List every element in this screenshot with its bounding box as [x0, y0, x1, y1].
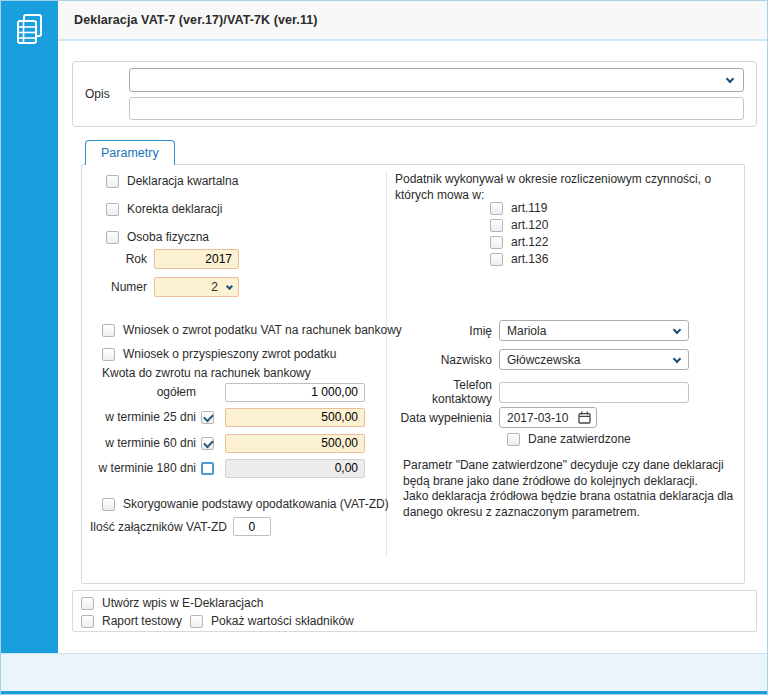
checkbox-label[interactable]: Osoba fizyczna	[127, 230, 209, 244]
terminie-25-input[interactable]	[225, 408, 365, 427]
checkbox-dane-zatwierdzone[interactable]	[507, 433, 520, 446]
terminie-25-label: w terminie 25 dni	[96, 410, 201, 424]
ogolem-input[interactable]	[225, 383, 365, 402]
checkbox-row-art136[interactable]: art.136	[490, 252, 548, 266]
checkbox-label[interactable]: art.136	[511, 252, 548, 266]
title-bar: Deklaracja VAT-7 (ver.17)/VAT-7K (ver.11…	[58, 1, 767, 41]
checkbox-label[interactable]: Utwórz wpis w E-Deklaracjach	[102, 596, 263, 610]
chevron-down-icon[interactable]	[673, 326, 681, 334]
checkbox-label[interactable]: Deklaracja kwartalna	[127, 174, 238, 188]
checkbox-art136[interactable]	[490, 253, 503, 266]
podatnik-text: Podatnik wykonywał w okresie rozliczenio…	[395, 172, 735, 203]
checkbox-terminie-60[interactable]	[201, 437, 214, 450]
checkbox-korekta-deklaracji[interactable]	[106, 203, 119, 216]
checkbox-row-raport-pokaz: Raport testowy Pokaż wartości składników	[81, 614, 354, 628]
checkbox-art119[interactable]	[490, 202, 503, 215]
checkbox-row-wniosek-zwrot[interactable]: Wniosek o zwrot podatku VAT na rachunek …	[102, 323, 402, 337]
terminie-25-row: w terminie 25 dni	[96, 407, 365, 427]
imie-dropdown[interactable]: Mariola	[499, 320, 689, 341]
checkbox-label[interactable]: art.119	[511, 201, 547, 215]
parametry-panel: Deklaracja kwartalna Korekta deklaracji …	[81, 164, 745, 584]
checkbox-row-art119[interactable]: art.119	[490, 201, 547, 215]
zalaczniki-label: Ilość załączników VAT-ZD	[90, 520, 227, 534]
checkbox-raport-testowy[interactable]	[81, 615, 94, 628]
opis-dropdown[interactable]	[129, 68, 744, 92]
checkbox-label[interactable]: Dane zatwierdzone	[528, 432, 631, 446]
rok-input[interactable]	[154, 249, 239, 269]
opis-label: Opis	[85, 87, 115, 101]
zalaczniki-row: Ilość załączników VAT-ZD	[90, 517, 271, 536]
terminie-180-label: w terminie 180 dni	[96, 461, 201, 475]
tab-parametry[interactable]: Parametry	[85, 140, 175, 165]
checkbox-row-art122[interactable]: art.122	[490, 235, 548, 249]
checkbox-terminie-25[interactable]	[201, 411, 214, 424]
checkbox-row-edeklaracje[interactable]: Utwórz wpis w E-Deklaracjach	[81, 596, 263, 610]
opis-fields	[129, 68, 744, 120]
checkbox-label[interactable]: Pokaż wartości składników	[211, 614, 354, 628]
terminie-180-row: w terminie 180 dni	[96, 458, 365, 478]
imie-row: Imię Mariola	[395, 320, 689, 341]
calendar-icon[interactable]	[578, 411, 591, 424]
checkbox-wniosek-przyspieszony[interactable]	[102, 348, 115, 361]
ogolem-row: ogółem	[96, 382, 365, 402]
checkbox-label[interactable]: art.122	[511, 235, 548, 249]
checkbox-row-osoba-fizyczna[interactable]: Osoba fizyczna	[106, 230, 209, 244]
chevron-down-icon[interactable]	[673, 355, 681, 363]
telefon-input[interactable]	[499, 382, 689, 403]
nazwisko-value: Główczewska	[507, 353, 580, 367]
dialog-title: Deklaracja VAT-7 (ver.17)/VAT-7K (ver.11…	[74, 13, 318, 27]
data-wypelnienia-label: Data wypełnienia	[395, 411, 499, 425]
numer-row: Numer 2	[82, 277, 239, 297]
checkbox-label[interactable]: Wniosek o zwrot podatku VAT na rachunek …	[123, 323, 402, 337]
terminie-60-label: w terminie 60 dni	[96, 436, 201, 450]
checkbox-label[interactable]: Raport testowy	[102, 614, 182, 628]
checkbox-label[interactable]: art.120	[511, 218, 548, 232]
document-table-icon	[12, 11, 48, 51]
checkbox-row-wniosek-przyspieszony[interactable]: Wniosek o przyspieszony zwrot podatku	[102, 347, 336, 361]
accent-sidebar	[1, 1, 58, 694]
checkbox-label[interactable]: Skorygowanie podstawy opodatkowania (VAT…	[123, 497, 389, 511]
checkbox-osoba-fizyczna[interactable]	[106, 231, 119, 244]
checkbox-art122[interactable]	[490, 236, 503, 249]
checkbox-label[interactable]: Wniosek o przyspieszony zwrot podatku	[123, 347, 336, 361]
checkbox-wniosek-zwrot[interactable]	[102, 324, 115, 337]
checkbox-row-dane-zatwierdzone[interactable]: Dane zatwierdzone	[507, 432, 631, 446]
tab-parametry-label: Parametry	[101, 146, 159, 160]
data-wypelnienia-row: Data wypełnienia 2017-03-10	[395, 407, 597, 428]
terminie-180-input	[225, 459, 365, 478]
nazwisko-row: Nazwisko Główczewska	[395, 349, 689, 370]
checkbox-terminie-180[interactable]	[201, 462, 214, 475]
checkbox-edeklaracje[interactable]	[81, 597, 94, 610]
zalaczniki-input[interactable]	[233, 517, 271, 536]
footer-bar: ⚙ OK Anuluj	[1, 653, 767, 693]
terminie-60-row: w terminie 60 dni	[96, 433, 365, 453]
checkbox-deklaracja-kwartalna[interactable]	[106, 175, 119, 188]
ogolem-label: ogółem	[96, 385, 201, 399]
imie-value: Mariola	[507, 324, 546, 338]
checkbox-row-vat-zd[interactable]: Skorygowanie podstawy opodatkowania (VAT…	[102, 497, 389, 511]
checkbox-row-korekta-deklaracji[interactable]: Korekta deklaracji	[106, 202, 222, 216]
checkbox-vat-zd[interactable]	[102, 498, 115, 511]
checkbox-row-art120[interactable]: art.120	[490, 218, 548, 232]
data-wypelnienia-input[interactable]: 2017-03-10	[499, 407, 597, 428]
dialog-bottom-accent	[1, 691, 767, 694]
checkbox-row-deklaracja-kwartalna[interactable]: Deklaracja kwartalna	[106, 174, 238, 188]
numer-value: 2	[211, 280, 218, 294]
checkbox-label[interactable]: Korekta deklaracji	[127, 202, 222, 216]
numer-label: Numer	[82, 280, 154, 294]
data-wypelnienia-value: 2017-03-10	[507, 411, 568, 425]
chevron-down-icon[interactable]	[226, 283, 233, 290]
telefon-row: Telefon kontaktowy	[395, 378, 689, 406]
rok-row: Rok	[82, 249, 239, 269]
numer-dropdown[interactable]: 2	[154, 277, 239, 297]
nazwisko-dropdown[interactable]: Główczewska	[499, 349, 689, 370]
checkbox-art120[interactable]	[490, 219, 503, 232]
terminie-60-input[interactable]	[225, 434, 365, 453]
kwota-section-header: Kwota do zwrotu na rachunek bankowy	[102, 366, 311, 380]
bottom-options-group: Utwórz wpis w E-Deklaracjach Raport test…	[72, 590, 757, 632]
opis-group: Opis	[72, 61, 757, 127]
chevron-down-icon[interactable]	[726, 75, 734, 83]
nazwisko-label: Nazwisko	[395, 353, 499, 367]
checkbox-pokaz-wartosci[interactable]	[190, 615, 203, 628]
opis-text-input[interactable]	[129, 97, 744, 120]
